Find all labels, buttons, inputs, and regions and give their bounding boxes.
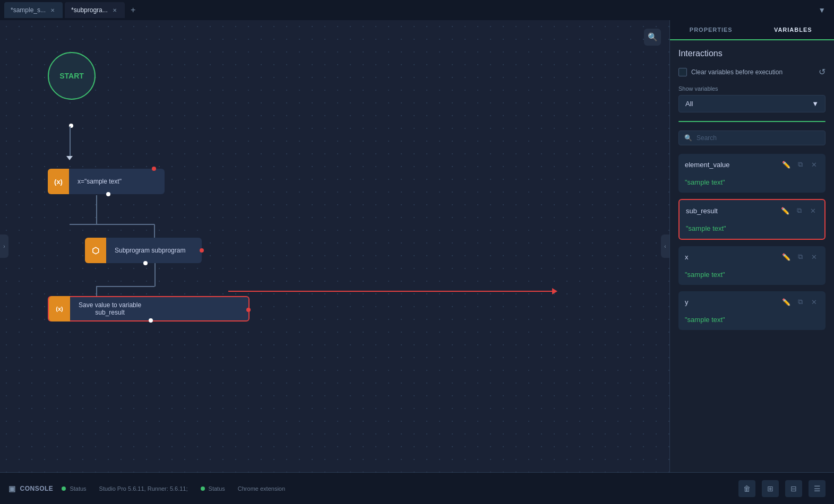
status-dot-right <box>201 486 205 491</box>
var-value-y: "sample text" <box>678 312 826 330</box>
var-name-element-value: element_value <box>685 161 781 169</box>
var-name-y: y <box>685 298 781 306</box>
var-card-sub-result: sub_result ✏️ ⧉ ✕ "sample text" <box>678 199 826 240</box>
clear-variables-label: Clear variables before execution <box>691 68 814 76</box>
var-connector-top-red <box>152 167 156 171</box>
canvas-area: 🔍 › ‹ START (x) x="sample text" <box>0 20 669 472</box>
save-node-label: Save value to variable sub_result <box>70 301 150 316</box>
clear-variables-checkbox[interactable] <box>678 68 687 76</box>
canvas-search-button[interactable]: 🔍 <box>644 29 661 46</box>
sub-connector-bottom-white <box>143 261 148 265</box>
tab-subprogram[interactable]: *subprogra... ✕ <box>65 2 125 18</box>
search-box[interactable]: 🔍 <box>678 131 826 145</box>
var-actions-x: ✏️ ⧉ ✕ <box>781 251 819 262</box>
save-to-var-arrow <box>228 288 557 294</box>
save-node-icon: (x) <box>49 296 70 321</box>
var-edit-icon-element-value[interactable]: ✏️ <box>781 159 792 170</box>
tab-sample-label: *sample_s... <box>11 6 46 14</box>
var-close-icon-y[interactable]: ✕ <box>809 297 819 307</box>
studio-info: Studio Pro 5.6.11, Runner: 5.6.11; <box>99 485 188 492</box>
arrow-head <box>552 288 557 294</box>
arrow-line <box>228 291 552 292</box>
var-card-x-header: x ✏️ ⧉ ✕ <box>678 246 826 267</box>
refresh-icon[interactable]: ↺ <box>819 67 826 77</box>
var-close-icon-x[interactable]: ✕ <box>809 251 819 262</box>
start-node: START <box>48 52 96 100</box>
var-copy-icon-sub-result[interactable]: ⧉ <box>794 205 804 216</box>
save-node[interactable]: (x) Save value to variable sub_result <box>48 296 250 321</box>
collapse-left-button[interactable]: › <box>0 234 8 258</box>
tab-properties[interactable]: PROPERTIES <box>670 20 752 39</box>
var-name-x: x <box>685 253 781 261</box>
console-layout1-button[interactable]: ⊞ <box>762 480 779 497</box>
var-card-element-value: element_value ✏️ ⧉ ✕ "sample text" <box>678 154 826 193</box>
subprogram-node-icon: ⬡ <box>85 238 106 263</box>
var-card-y-header: y ✏️ ⧉ ✕ <box>678 291 826 312</box>
var-actions-sub-result: ✏️ ⧉ ✕ <box>780 205 818 216</box>
show-variables-dropdown[interactable]: All ▼ <box>678 95 826 112</box>
var-edit-icon-sub-result[interactable]: ✏️ <box>780 205 790 216</box>
var-card-y: y ✏️ ⧉ ✕ "sample text" <box>678 291 826 330</box>
var-value-element-value: "sample text" <box>678 175 826 193</box>
console-right-buttons: 🗑 ⊞ ⊟ ☰ <box>738 480 826 497</box>
var-edit-icon-x[interactable]: ✏️ <box>781 251 792 262</box>
var-copy-icon-x[interactable]: ⧉ <box>795 251 805 262</box>
status-bar: Status Studio Pro 5.6.11, Runner: 5.6.11… <box>62 485 285 492</box>
save-connector-right-red <box>246 308 251 312</box>
extension-info: Chrome extension <box>238 485 285 492</box>
var-card-element-value-header: element_value ✏️ ⧉ ✕ <box>678 154 826 175</box>
divider <box>678 121 826 122</box>
subprogram-node[interactable]: ⬡ Subprogram subprogram <box>85 238 202 263</box>
save-connector-bottom-white <box>149 318 153 323</box>
search-input[interactable] <box>697 134 820 142</box>
panel-tabs: PROPERTIES VARIABLES <box>670 20 834 40</box>
var-edit-icon-y[interactable]: ✏️ <box>781 297 792 307</box>
var-node-icon: (x) <box>48 169 69 194</box>
console-layout3-button[interactable]: ☰ <box>809 480 826 497</box>
var-value-x: "sample text" <box>678 267 826 285</box>
var-copy-icon-element-value[interactable]: ⧉ <box>795 159 805 170</box>
dropdown-chevron-icon: ▼ <box>812 100 819 108</box>
var-card-x: x ✏️ ⧉ ✕ "sample text" <box>678 246 826 285</box>
var-actions-element-value: ✏️ ⧉ ✕ <box>781 159 819 170</box>
console-layout2-button[interactable]: ⊟ <box>785 480 802 497</box>
show-variables-label: Show variables <box>678 85 826 92</box>
console-icon: ▣ <box>8 484 16 493</box>
tab-variables[interactable]: VARIABLES <box>752 20 835 39</box>
panel-content: Interactions Clear variables before exec… <box>670 40 834 472</box>
line-h-sub-save <box>96 286 154 287</box>
tab-subprogram-label: *subprogra... <box>71 6 108 14</box>
console-label: ▣ CONSOLE <box>8 484 53 493</box>
var-node-label: x="sample text" <box>69 178 130 185</box>
line-v-sub-2 <box>154 224 155 239</box>
interactions-title: Interactions <box>678 49 826 58</box>
tab-sample[interactable]: *sample_s... ✕ <box>4 2 63 18</box>
var-node[interactable]: (x) x="sample text" <box>48 169 165 194</box>
line-start-to-var <box>70 126 71 158</box>
tab-add-button[interactable]: + <box>127 4 140 16</box>
tab-bar: *sample_s... ✕ *subprogra... ✕ + ▼ <box>0 0 834 20</box>
line-sub-to-save <box>154 263 156 286</box>
tab-sample-close[interactable]: ✕ <box>49 6 56 14</box>
var-close-icon-sub-result[interactable]: ✕ <box>807 205 818 216</box>
arrow-to-var <box>66 156 73 160</box>
console-area: ▣ CONSOLE Status Studio Pro 5.6.11, Runn… <box>0 472 834 504</box>
var-close-icon-element-value[interactable]: ✕ <box>809 159 819 170</box>
tab-dropdown-button[interactable]: ▼ <box>814 4 830 16</box>
var-copy-icon-y[interactable]: ⧉ <box>795 297 805 307</box>
status-left: Status <box>62 485 86 492</box>
collapse-right-button[interactable]: ‹ <box>661 234 669 258</box>
start-label: START <box>59 72 84 80</box>
var-connector-bottom-white <box>106 192 110 196</box>
search-icon: 🔍 <box>684 134 692 142</box>
var-card-sub-result-header: sub_result ✏️ ⧉ ✕ <box>680 200 824 221</box>
console-delete-button[interactable]: 🗑 <box>738 480 755 497</box>
var-name-sub-result: sub_result <box>686 207 780 215</box>
line-var-to-sub <box>96 195 97 224</box>
status-right: Status <box>201 485 225 492</box>
main-area: 🔍 › ‹ START (x) x="sample text" <box>0 20 834 472</box>
interactions-row: Clear variables before execution ↺ <box>678 67 826 77</box>
tab-subprogram-close[interactable]: ✕ <box>111 6 118 14</box>
var-value-sub-result: "sample text" <box>680 221 824 239</box>
status-dot-left <box>62 486 66 491</box>
